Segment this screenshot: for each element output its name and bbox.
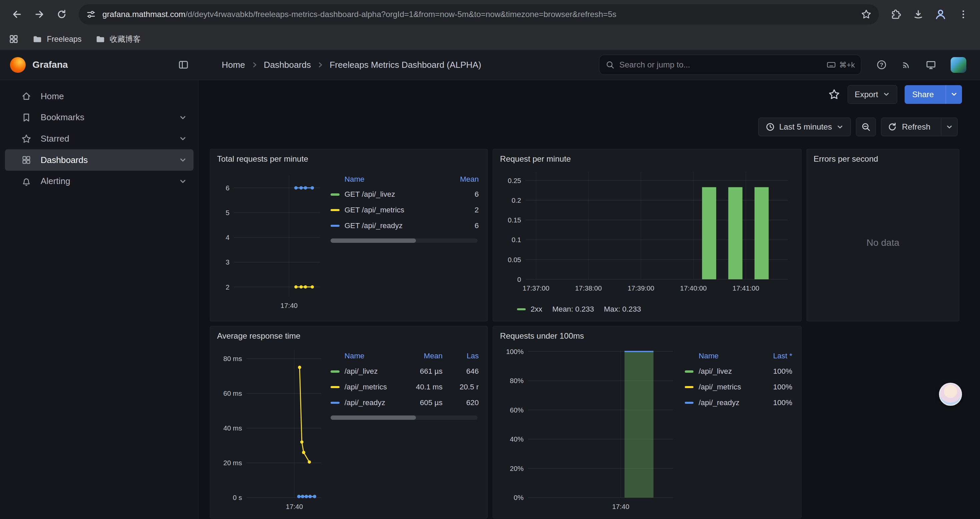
- series-color-dash: [685, 386, 694, 388]
- breadcrumb-home[interactable]: Home: [222, 60, 245, 70]
- panel-title[interactable]: Request per minute: [493, 149, 801, 168]
- apps-grid-icon[interactable]: [9, 34, 19, 44]
- sidebar-item-bookmarks[interactable]: Bookmarks: [5, 107, 194, 128]
- brand-name: Grafana: [32, 59, 171, 70]
- breadcrumb-current[interactable]: Freeleaps Metrics Dashboard (ALPHA): [329, 60, 481, 70]
- clock-icon: [765, 122, 775, 132]
- legend-row[interactable]: /api/_livez100%: [685, 364, 792, 379]
- series-name: GET /api/_livez: [345, 190, 395, 199]
- bookmark-star-icon[interactable]: [861, 9, 872, 20]
- panel-title[interactable]: Average response time: [210, 326, 487, 345]
- back-button[interactable]: [6, 4, 28, 25]
- chevron-down-icon: [946, 123, 953, 131]
- export-button[interactable]: Export: [848, 85, 897, 104]
- legend-column-mean[interactable]: Mean: [442, 175, 479, 184]
- share-menu-caret[interactable]: [946, 85, 962, 104]
- request-per-minute-chart[interactable]: 00.050.10.150.20.2517:37:0017:38:0017:39…: [498, 168, 796, 300]
- total-requests-chart[interactable]: 2345617:40: [215, 168, 325, 317]
- legend-column-las[interactable]: Las: [442, 352, 479, 360]
- browser-menu-button[interactable]: [953, 4, 974, 25]
- extensions-button[interactable]: [885, 4, 907, 25]
- share-button[interactable]: Share: [905, 85, 962, 104]
- legend-row[interactable]: /api/_metrics40.1 ms20.5 r: [331, 379, 479, 395]
- sidebar-item-starred[interactable]: Starred: [5, 128, 194, 150]
- time-range-picker[interactable]: Last 5 minutes: [758, 118, 851, 136]
- dock-menu-icon[interactable]: [178, 59, 189, 70]
- sidebar-item-dashboards[interactable]: Dashboards: [5, 149, 194, 171]
- svg-text:2: 2: [226, 283, 229, 291]
- panel-title[interactable]: Errors per second: [807, 149, 959, 168]
- legend-row[interactable]: /api/_livez661 µs646: [331, 364, 479, 379]
- profile-button[interactable]: [930, 4, 951, 25]
- chevron-right-icon: [251, 61, 258, 69]
- svg-text:4: 4: [226, 233, 229, 241]
- sidebar-item-alerting[interactable]: Alerting: [5, 171, 194, 192]
- legend-row[interactable]: GET /api/_livez6: [331, 187, 479, 203]
- bookmark-icon: [21, 113, 31, 123]
- bookmark-item-blogs[interactable]: 收藏博客: [95, 34, 141, 45]
- grafana-logo-icon[interactable]: [10, 57, 26, 73]
- url-path: /d/deytv4rwavabkb/freeleaps-metrics-dash…: [185, 10, 616, 19]
- refresh-action[interactable]: Refresh: [881, 118, 937, 136]
- legend-scrollbar[interactable]: [331, 415, 477, 420]
- legend-column-mean[interactable]: Mean: [406, 352, 442, 360]
- url-bar[interactable]: grafana.mathmast.com/d/deytv4rwavabkb/fr…: [79, 4, 879, 24]
- average-response-time-chart[interactable]: 0 s20 ms40 ms60 ms80 ms17:40: [215, 345, 325, 514]
- downloads-button[interactable]: [908, 4, 929, 25]
- back-icon: [12, 9, 22, 20]
- sidebar-item-home[interactable]: Home: [5, 86, 194, 107]
- panel-title[interactable]: Requests under 100ms: [493, 326, 801, 345]
- chevron-right-icon: [317, 61, 324, 69]
- breadcrumb-dashboards[interactable]: Dashboards: [264, 60, 311, 70]
- panel-errors-per-second: Errors per second No data: [807, 149, 960, 322]
- star-icon: [828, 88, 840, 101]
- legend-row[interactable]: /api/_readyz100%: [685, 395, 792, 411]
- legend-inline[interactable]: 2xx Mean: 0.233 Max: 0.233: [498, 301, 796, 318]
- legend-row[interactable]: GET /api/_readyz6: [331, 218, 479, 234]
- series-value: 605 µs: [406, 398, 442, 407]
- panel-requests-under-100ms: Requests under 100ms 0%20%40%60%80%100%1…: [493, 326, 801, 519]
- refresh-button[interactable]: Refresh: [881, 118, 957, 136]
- forward-button[interactable]: [29, 4, 50, 25]
- legend-column-last[interactable]: Last *: [756, 352, 792, 360]
- svg-text:17:38:00: 17:38:00: [575, 284, 602, 292]
- reload-button[interactable]: [51, 4, 73, 25]
- news-rss-icon[interactable]: [901, 60, 911, 70]
- bookmark-item-freeleaps[interactable]: Freeleaps: [32, 34, 81, 44]
- legend-row[interactable]: /api/_metrics100%: [685, 379, 792, 395]
- series-color-dash: [331, 370, 339, 373]
- panel-title[interactable]: Total requests per minute: [210, 149, 487, 168]
- series-name: /api/_metrics: [345, 383, 387, 391]
- floating-avatar-button[interactable]: [939, 383, 962, 406]
- favorite-dashboard-button[interactable]: [828, 88, 840, 101]
- legend-series-name[interactable]: 2xx: [531, 305, 542, 314]
- scrollbar-thumb[interactable]: [331, 238, 415, 243]
- series-value: 6: [442, 222, 479, 230]
- dashboard-actions: Export Share: [828, 85, 962, 104]
- export-label: Export: [854, 90, 878, 99]
- svg-text:6: 6: [226, 184, 229, 192]
- zoom-out-time-button[interactable]: [856, 118, 876, 136]
- requests-under-100ms-chart[interactable]: 0%20%40%60%80%100%17:40: [498, 345, 678, 514]
- series-name: /api/_readyz: [698, 398, 739, 407]
- panel-average-response-time: Average response time 0 s20 ms40 ms60 ms…: [210, 326, 488, 519]
- legend-column-name[interactable]: Name: [331, 175, 442, 184]
- scrollbar-thumb[interactable]: [331, 415, 415, 420]
- help-icon[interactable]: ?: [876, 59, 887, 70]
- legend-column-name[interactable]: Name: [331, 352, 406, 360]
- legend-row[interactable]: /api/_readyz605 µs620: [331, 395, 479, 411]
- legend-scrollbar[interactable]: [331, 238, 477, 243]
- svg-text:5: 5: [226, 209, 229, 216]
- legend-column-name[interactable]: Name: [685, 352, 756, 360]
- refresh-interval-caret[interactable]: [941, 118, 957, 136]
- search-input[interactable]: Search or jump to... ⌘+k: [599, 55, 861, 75]
- legend-row[interactable]: GET /api/_metrics2: [331, 203, 479, 218]
- series-value: 2: [442, 206, 479, 214]
- user-avatar[interactable]: [951, 57, 966, 73]
- folder-icon: [95, 34, 105, 44]
- sidebar: Home Bookmarks Starred Dashboards Alerti…: [0, 80, 199, 519]
- svg-text:80 ms: 80 ms: [223, 355, 242, 363]
- refresh-icon: [888, 122, 897, 132]
- kiosk-monitor-icon[interactable]: [926, 59, 936, 70]
- svg-text:40%: 40%: [510, 435, 524, 443]
